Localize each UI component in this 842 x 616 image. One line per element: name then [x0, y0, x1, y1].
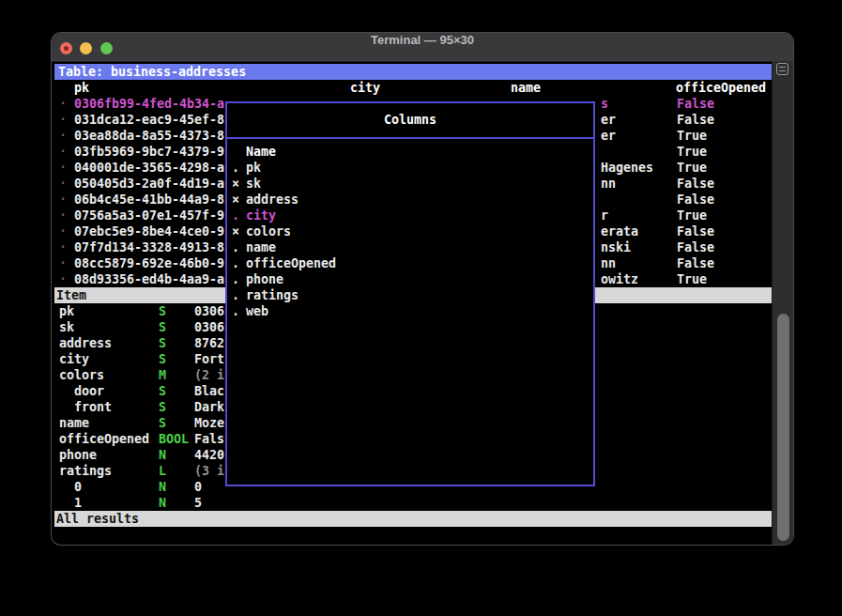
cell-pk: 03fb5969-9bc7-4379-9	[74, 144, 224, 160]
cell-name-tail: owitz	[601, 271, 638, 287]
dialog-title: Columns	[227, 112, 593, 128]
field-type: BOOL	[159, 431, 189, 447]
column-item-label: sk	[246, 176, 261, 192]
field-type: S	[159, 351, 166, 367]
column-hidden-marker: ×	[232, 192, 239, 208]
window-title: Terminal — 95×30	[52, 33, 793, 61]
cell-officeOpened: False	[677, 223, 714, 239]
dialog-column-item[interactable]: × address	[227, 192, 593, 208]
column-header-officeOpened: officeOpened	[676, 80, 766, 96]
dialog-column-item[interactable]: . web	[227, 303, 593, 319]
status-bar-label: All results	[56, 511, 139, 527]
field-value: Moze	[194, 415, 224, 431]
column-hidden-marker: ×	[232, 176, 239, 192]
field-type: S	[159, 399, 166, 415]
cell-officeOpened: True	[677, 208, 707, 223]
field-value: 0306	[194, 303, 224, 319]
row-bullet: ·	[59, 160, 67, 176]
row-bullet: ·	[59, 192, 67, 208]
column-item-label: city	[246, 208, 276, 223]
column-hidden-marker: ×	[232, 223, 239, 239]
dialog-column-item[interactable]: × colors	[227, 223, 593, 239]
cell-pk: 050405d3-2a0f-4d19-a	[74, 176, 224, 192]
row-bullet: ·	[59, 239, 67, 255]
item-field-row[interactable]: 1 N 5	[54, 495, 772, 511]
field-value: 4420	[194, 447, 224, 463]
dialog-column-item[interactable]: . officeOpened	[227, 255, 593, 271]
dialog-column-item[interactable]: . phone	[227, 271, 593, 287]
cell-officeOpened: False	[677, 96, 714, 112]
cell-pk: 0756a5a3-07e1-457f-9	[74, 208, 224, 223]
field-value: Dark	[194, 399, 224, 415]
cell-officeOpened: True	[677, 160, 707, 176]
field-name: officeOpened	[59, 431, 149, 447]
cell-officeOpened: False	[677, 112, 714, 128]
field-value: 0	[194, 479, 202, 495]
cell-name-tail: er	[601, 128, 616, 144]
cell-officeOpened: False	[677, 255, 714, 271]
cell-pk: 06b4c45e-41bb-44a9-8	[74, 192, 224, 208]
column-item-label: pk	[246, 160, 261, 176]
dialog-list-header-row: Name	[227, 144, 593, 160]
row-bullet: ·	[59, 255, 67, 271]
column-visible-marker: .	[232, 287, 239, 303]
field-value: 0306	[194, 319, 224, 335]
cell-officeOpened: False	[677, 192, 714, 208]
scrollbar-track[interactable]	[772, 61, 793, 545]
cell-pk: 08d93356-ed4b-4aa9-a	[74, 271, 224, 287]
field-type: N	[159, 479, 166, 495]
field-type: S	[159, 383, 166, 399]
dialog-column-item[interactable]: . ratings	[227, 287, 593, 303]
dialog-column-item-selected[interactable]: . city	[227, 208, 593, 223]
field-name: colors	[59, 367, 104, 383]
cell-officeOpened: False	[677, 176, 714, 192]
row-bullet: ·	[59, 208, 67, 223]
row-bullet: ·	[59, 128, 67, 144]
column-visible-marker: .	[232, 239, 239, 255]
cell-pk: 07f7d134-3328-4913-8	[74, 239, 224, 255]
dialog-column-item[interactable]: . pk	[227, 160, 593, 176]
terminal-window: Terminal — 95×30 Table: business-address…	[52, 33, 793, 545]
dialog-list-header: Name	[246, 144, 276, 160]
column-item-label: ratings	[246, 287, 299, 303]
field-name: sk	[59, 319, 74, 335]
column-item-label: name	[246, 239, 276, 255]
table-title-bar: Table: business-addresses	[54, 64, 772, 80]
column-visible-marker: .	[232, 208, 239, 223]
cell-officeOpened: True	[677, 144, 707, 160]
cell-name-tail: nski	[601, 239, 631, 255]
dialog-column-item[interactable]: . name	[227, 239, 593, 255]
cell-pk: 03ea88da-8a55-4373-8	[74, 128, 224, 144]
dialog-column-item[interactable]: × sk	[227, 176, 593, 192]
field-type: S	[159, 415, 166, 431]
cell-name-tail: nn	[601, 255, 616, 271]
columns-dialog: Columns Name . pk × sk × address . city …	[225, 101, 595, 486]
column-visible-marker: .	[232, 160, 239, 176]
field-type: S	[159, 303, 166, 319]
cell-name-tail: erata	[601, 223, 638, 239]
field-name: door	[74, 383, 104, 399]
cell-officeOpened: True	[677, 271, 707, 287]
field-value: Fort	[194, 351, 224, 367]
table-title: Table: business-addresses	[58, 64, 246, 80]
column-header-pk: pk	[74, 80, 89, 96]
cell-pk: 07ebc5e9-8be4-4ce0-9	[74, 223, 224, 239]
scrollbar-marks-icon[interactable]	[776, 63, 788, 75]
field-name: city	[59, 351, 89, 367]
scrollbar-thumb[interactable]	[777, 314, 789, 541]
column-visible-marker: .	[232, 271, 239, 287]
field-name: address	[59, 335, 112, 351]
column-item-label: address	[246, 192, 299, 208]
field-type: N	[159, 447, 166, 463]
title-bar[interactable]: Terminal — 95×30	[52, 33, 793, 62]
field-name: phone	[59, 447, 97, 463]
field-name: pk	[59, 303, 74, 319]
field-value: Blac	[194, 383, 224, 399]
field-value: (2 i	[194, 367, 224, 383]
row-bullet: ·	[59, 144, 67, 160]
field-value: 8762	[194, 335, 224, 351]
status-bar: All results	[54, 511, 772, 527]
cell-name-tail: nn	[601, 176, 616, 192]
cell-name-tail: s	[601, 96, 608, 112]
row-bullet: ·	[59, 96, 67, 112]
